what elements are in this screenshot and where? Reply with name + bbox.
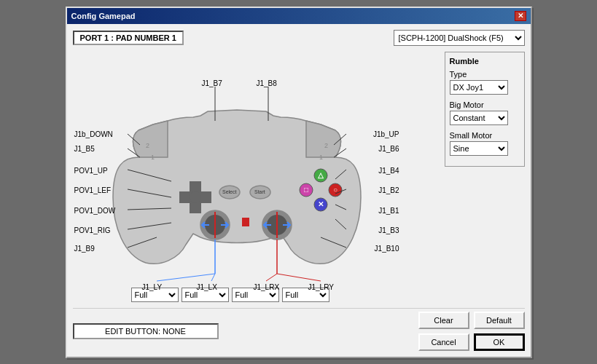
label-POV1_RIG[interactable]: POV1_RIG <box>74 226 111 234</box>
label-J1_LX[interactable]: J1_LX <box>197 283 217 291</box>
small-motor-select[interactable]: SineNoneConstant <box>450 141 508 156</box>
device-select-container: [SCPH-1200] DualShock (F5) <box>394 30 525 46</box>
device-select[interactable]: [SCPH-1200] DualShock (F5) <box>394 30 525 46</box>
titlebar: Config Gamepad ✕ <box>67 8 531 24</box>
rumble-title: Rumble <box>450 57 520 66</box>
default-button[interactable]: Default <box>474 312 525 329</box>
label-J1b_DOWN[interactable]: J1b_DOWN <box>74 130 113 138</box>
label-J1_B8[interactable]: J1_B8 <box>257 79 277 87</box>
close-button[interactable]: ✕ <box>515 11 526 21</box>
label-POV1_LEF[interactable]: POV1_LEF <box>74 186 112 194</box>
label-J1b_UP[interactable]: J1b_UP <box>373 130 399 138</box>
label-J1_B7[interactable]: J1_B7 <box>202 79 222 87</box>
rumble-type-row: Type DX Joy1NoneConstantSine <box>450 70 520 95</box>
label-J1_B1[interactable]: J1_B1 <box>378 207 399 215</box>
window-title: Config Gamepad <box>71 12 136 20</box>
rumble-box: Rumble Type DX Joy1NoneConstantSine Big … <box>445 52 525 167</box>
label-POV1_UP[interactable]: POV1_UP <box>74 167 108 175</box>
type-select[interactable]: DX Joy1NoneConstantSine <box>450 80 508 95</box>
label-J1_B6[interactable]: J1_B6 <box>378 145 399 153</box>
label-J1_B9[interactable]: J1_B9 <box>74 245 95 253</box>
type-label: Type <box>450 70 520 79</box>
label-J1_B3[interactable]: J1_B3 <box>378 226 399 234</box>
gamepad-canvas <box>73 52 401 285</box>
config-gamepad-window: Config Gamepad ✕ PORT 1 : PAD NUMBER 1 [… <box>66 7 532 358</box>
small-motor-label: Small Motor <box>450 131 520 140</box>
gamepad-diagram-area: J1b_DOWN J1_B5 POV1_UP POV1_LEF POV1_DOW… <box>73 52 439 302</box>
main-area: J1b_DOWN J1_B5 POV1_UP POV1_LEF POV1_DOW… <box>73 52 525 302</box>
small-motor-row: Small Motor SineNoneConstant <box>450 131 520 156</box>
main-content: PORT 1 : PAD NUMBER 1 [SCPH-1200] DualSh… <box>67 24 531 357</box>
cancel-button[interactable]: Cancel <box>418 333 469 351</box>
label-J1_LRX[interactable]: J1_LRX <box>254 283 280 291</box>
big-motor-label: Big Motor <box>450 100 520 109</box>
right-panel: Rumble Type DX Joy1NoneConstantSine Big … <box>445 52 525 302</box>
top-bar: PORT 1 : PAD NUMBER 1 [SCPH-1200] DualSh… <box>73 30 525 46</box>
label-POV1_DOW[interactable]: POV1_DOW <box>74 207 116 215</box>
axis-dropdowns: FullHalfInvertNone FullHalfInvertNone Fu… <box>131 288 439 302</box>
label-J1_B2[interactable]: J1_B2 <box>378 186 399 194</box>
label-J1_LRY[interactable]: J1_LRY <box>308 283 334 291</box>
label-J1_B4[interactable]: J1_B4 <box>378 167 399 175</box>
bottom-row: EDIT BUTTON: NONE Clear Default Cancel O… <box>73 308 525 351</box>
label-J1_B5[interactable]: J1_B5 <box>74 145 95 153</box>
clear-button[interactable]: Clear <box>418 312 469 329</box>
label-J1_LY[interactable]: J1_LY <box>142 283 163 291</box>
diagram-container: J1b_DOWN J1_B5 POV1_UP POV1_LEF POV1_DOW… <box>73 52 401 285</box>
action-buttons: Clear Default Cancel OK <box>418 312 525 351</box>
edit-button-label: EDIT BUTTON: NONE <box>73 323 219 339</box>
port-label: PORT 1 : PAD NUMBER 1 <box>73 31 184 45</box>
big-motor-row: Big Motor ConstantNoneSine <box>450 100 520 125</box>
big-motor-select[interactable]: ConstantNoneSine <box>450 111 508 125</box>
label-J1_B10[interactable]: J1_B10 <box>375 245 399 253</box>
ok-button[interactable]: OK <box>474 333 525 351</box>
